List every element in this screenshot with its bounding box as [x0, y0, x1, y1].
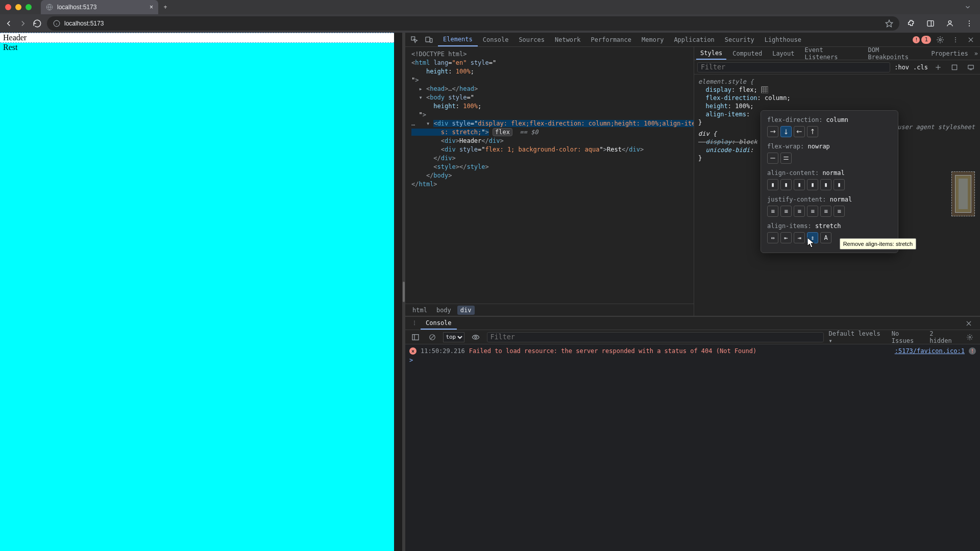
log-time: 11:50:29.216 — [421, 347, 465, 355]
back-button[interactable] — [4, 17, 13, 30]
cls-toggle[interactable]: .cls — [913, 64, 928, 71]
flex-badge[interactable]: flex — [493, 128, 512, 136]
justify-content-evenly-icon[interactable]: ≡ — [834, 206, 845, 217]
tab-application[interactable]: Application — [669, 33, 719, 46]
tab-lighthouse[interactable]: Lighthouse — [760, 33, 806, 46]
align-content-evenly-icon[interactable]: ▮ — [834, 179, 845, 190]
align-content-center-icon[interactable]: ▮ — [767, 179, 778, 190]
flex-editor-icon[interactable] — [761, 86, 768, 93]
forward-button[interactable] — [18, 17, 28, 30]
window-close-button[interactable] — [5, 4, 11, 10]
align-content-end-icon[interactable]: ▮ — [794, 179, 805, 190]
tab-elements[interactable]: Elements — [438, 33, 478, 46]
justify-content-end-icon[interactable]: ≡ — [794, 206, 805, 217]
flex-wrap-wrap-icon[interactable] — [780, 153, 792, 164]
console-filter-input[interactable] — [487, 332, 824, 342]
error-badge-icon[interactable]: ! 1 — [913, 36, 931, 44]
page-viewport[interactable]: Header Rest — [0, 33, 394, 551]
flex-direction-column-icon[interactable] — [780, 126, 792, 137]
browser-tab[interactable]: localhost:5173 × — [41, 0, 158, 14]
settings-gear-icon[interactable] — [934, 34, 946, 46]
styles-tab-computed[interactable]: Computed — [728, 47, 766, 60]
flex-direction-row-reverse-icon[interactable] — [794, 126, 805, 137]
tab-performance[interactable]: Performance — [586, 33, 636, 46]
drawer-kebab-icon[interactable] — [408, 317, 421, 329]
svg-point-8 — [969, 20, 970, 21]
drawer-close-icon[interactable] — [963, 317, 975, 330]
justify-content-around-icon[interactable]: ≡ — [820, 206, 831, 217]
devtools-tab-bar: Elements Console Sources Network Perform… — [405, 33, 980, 47]
bookmark-star-icon[interactable] — [885, 19, 893, 28]
log-source-link[interactable]: :5173/favicon.ico:1 — [895, 347, 965, 355]
dom-tree[interactable]: <!DOCTYPE html> <html lang="en" style=" … — [405, 47, 694, 304]
styles-tab-layout[interactable]: Layout — [768, 47, 798, 60]
align-content-start-icon[interactable]: ▮ — [780, 179, 792, 190]
tab-console[interactable]: Console — [478, 33, 514, 46]
chevron-down-icon[interactable] — [961, 4, 975, 11]
console-context-select[interactable]: top — [443, 332, 464, 342]
menu-kebab-icon[interactable] — [963, 17, 976, 30]
new-tab-button[interactable]: + — [158, 0, 173, 14]
hov-toggle[interactable]: :hov — [894, 64, 909, 71]
computed-swatch-icon[interactable] — [948, 61, 961, 73]
clear-console-icon[interactable] — [426, 331, 438, 343]
flex-direction-column-reverse-icon[interactable] — [807, 126, 818, 137]
log-levels-select[interactable]: Default levels ▾ — [829, 330, 886, 344]
crumb-div[interactable]: div — [457, 306, 475, 315]
tab-close-button[interactable]: × — [150, 4, 153, 11]
align-items-center-icon[interactable]: ⇔ — [767, 232, 778, 243]
flex-direction-row-icon[interactable] — [767, 126, 778, 137]
devtools-close-icon[interactable] — [965, 34, 977, 46]
live-expression-icon[interactable] — [470, 331, 481, 343]
svg-point-9 — [969, 23, 970, 24]
justify-content-start-icon[interactable]: ≡ — [780, 206, 792, 217]
crumb-html[interactable]: html — [409, 306, 430, 315]
flex-wrap-nowrap-icon[interactable] — [767, 153, 778, 164]
address-bar[interactable]: localhost:5173 — [47, 16, 899, 31]
justify-content-between-icon[interactable]: ≡ — [807, 206, 818, 217]
tab-security[interactable]: Security — [720, 33, 760, 46]
console-output[interactable]: × 11:50:29.216 Failed to load resource: … — [405, 344, 980, 551]
console-error-line[interactable]: × 11:50:29.216 Failed to load resource: … — [409, 346, 976, 356]
align-items-end-icon[interactable]: ⇥ — [794, 232, 805, 243]
styles-tab-event-listeners[interactable]: Event Listeners — [801, 47, 862, 60]
breadcrumb[interactable]: html body div — [405, 304, 694, 316]
styles-tab-styles[interactable]: Styles — [696, 47, 726, 60]
justify-content-center-icon[interactable]: ≡ — [767, 206, 778, 217]
align-content-around-icon[interactable]: ▮ — [820, 179, 831, 190]
align-items-start-icon[interactable]: ⇤ — [780, 232, 792, 243]
window-maximize-button[interactable] — [26, 4, 32, 10]
styles-tab-dom-breakpoints[interactable]: DOM Breakpoints — [864, 47, 925, 60]
inspect-element-icon[interactable] — [408, 34, 421, 46]
new-style-rule-icon[interactable] — [932, 61, 944, 73]
styles-tab-properties[interactable]: Properties — [927, 47, 972, 60]
drawer-tab-console[interactable]: Console — [421, 317, 457, 330]
hidden-count[interactable]: 2 hidden — [929, 330, 958, 344]
site-info-icon[interactable] — [53, 20, 60, 27]
svg-rect-35 — [412, 334, 419, 340]
svg-point-7 — [948, 21, 951, 23]
profile-icon[interactable] — [943, 17, 957, 30]
svg-rect-5 — [927, 21, 934, 27]
extensions-icon[interactable] — [904, 17, 918, 30]
console-prompt[interactable]: > — [409, 356, 976, 365]
crumb-body[interactable]: body — [433, 306, 454, 315]
svg-point-15 — [955, 37, 956, 38]
window-minimize-button[interactable] — [15, 4, 21, 10]
device-toggle-icon[interactable] — [423, 34, 435, 46]
more-kebab-icon[interactable] — [949, 34, 962, 46]
rendering-icon[interactable] — [965, 61, 977, 73]
issues-label[interactable]: No Issues — [892, 330, 924, 344]
reload-button[interactable] — [33, 17, 42, 30]
tab-network[interactable]: Network — [550, 33, 586, 46]
side-panel-icon[interactable] — [924, 17, 937, 30]
console-sidebar-toggle-icon[interactable] — [409, 331, 421, 343]
align-content-between-icon[interactable]: ▮ — [807, 179, 818, 190]
console-drawer: Console top — [405, 316, 980, 551]
styles-filter-input[interactable] — [697, 62, 890, 72]
flexbox-editor-popover: flex-direction: column flex-wrap: nowrap — [761, 110, 898, 253]
console-settings-gear-icon[interactable] — [964, 331, 976, 343]
tab-sources[interactable]: Sources — [513, 33, 550, 46]
align-items-baseline-icon[interactable]: A — [820, 232, 831, 243]
tab-memory[interactable]: Memory — [636, 33, 669, 46]
